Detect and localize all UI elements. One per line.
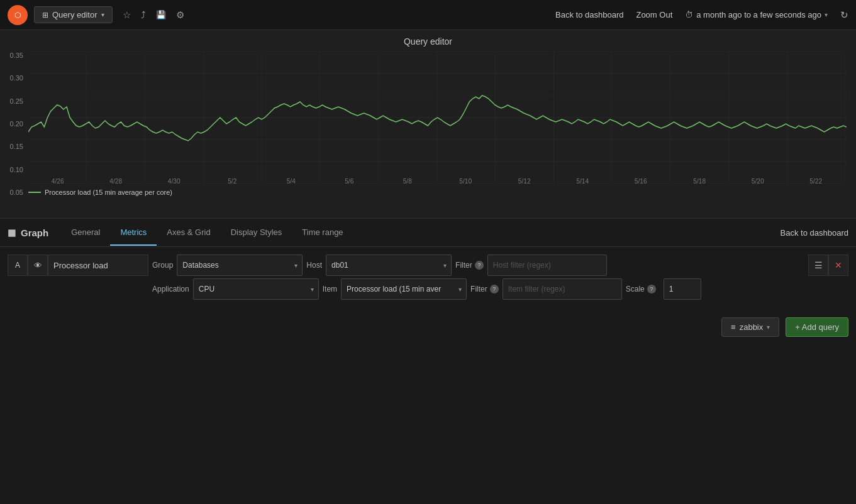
scale-field[interactable] (664, 278, 701, 300)
group-label: Group (148, 261, 177, 270)
svg-text:5/12: 5/12 (518, 178, 531, 184)
item-dropdown[interactable]: Processor load (15 min aver (341, 278, 467, 300)
metrics-section: A 👁 Processor load Group Databases ▾ Hos… (0, 247, 856, 310)
chart-title: Query editor (0, 36, 856, 47)
item-filter-field[interactable] (503, 278, 622, 300)
chart-wrapper: 0.35 0.30 0.25 0.20 0.15 0.10 0.05 (0, 52, 856, 215)
chart-legend: Processor load (15 min average per core) (28, 189, 847, 196)
zabbix-label: zabbix (740, 322, 764, 332)
clock-icon: ⏱ (685, 10, 693, 19)
tab-axes-grid[interactable]: Axes & Grid (157, 220, 220, 246)
chart-container: Query editor 0.35 0.30 0.25 0.20 0.15 0.… (0, 30, 856, 219)
row-options-button[interactable]: ☰ (808, 255, 828, 276)
eye-cell[interactable]: 👁 (28, 255, 48, 276)
panel-tabs: ▦ Graph General Metrics Axes & Grid Disp… (0, 219, 856, 247)
grafana-logo[interactable]: ⬡ (8, 5, 28, 25)
svg-text:5/4: 5/4 (287, 178, 296, 184)
add-query-button[interactable]: + Add query (786, 317, 848, 337)
svg-text:5/14: 5/14 (576, 178, 589, 184)
filter-label-row1: Filter ? (452, 261, 487, 270)
add-query-label: + Add query (795, 322, 839, 332)
row-remove-button[interactable]: ✕ (828, 255, 848, 276)
svg-text:5/20: 5/20 (752, 178, 764, 184)
time-range-chevron-icon: ▾ (825, 11, 828, 18)
application-dropdown[interactable]: CPU (193, 278, 319, 300)
time-range-selector[interactable]: ⏱ a month ago to a few seconds ago ▾ (685, 10, 828, 19)
svg-text:5/22: 5/22 (809, 178, 822, 184)
tab-display-styles[interactable]: Display Styles (221, 220, 292, 246)
item-label: Item (319, 285, 341, 293)
chevron-down-icon: ▾ (101, 11, 104, 18)
metrics-footer: ≡ zabbix ▾ + Add query (0, 310, 856, 342)
svg-text:4/26: 4/26 (52, 178, 64, 184)
topbar-icons: ☆ ⤴ 💾 ⚙ (123, 9, 184, 21)
tab-general[interactable]: General (61, 220, 110, 246)
metrics-row-2: A 👁 Application CPU ▾ Item Processor loa… (8, 278, 848, 300)
alias-label: A (15, 261, 20, 270)
svg-text:5/10: 5/10 (459, 178, 472, 184)
svg-text:5/2: 5/2 (228, 178, 237, 184)
star-icon[interactable]: ☆ (123, 9, 131, 21)
svg-text:⬡: ⬡ (14, 11, 21, 19)
back-to-dashboard-panel-button[interactable]: Back to dashboard (781, 228, 848, 238)
query-editor-label: Query editor (52, 10, 97, 19)
filter-label-row2: Filter ? (467, 285, 503, 293)
item-filter-input[interactable] (503, 278, 622, 300)
query-editor-button[interactable]: ⊞ Query editor ▾ (34, 6, 113, 23)
save-icon[interactable]: 💾 (156, 10, 166, 19)
metrics-row-1: A 👁 Processor load Group Databases ▾ Hos… (8, 255, 848, 276)
legend-line (28, 192, 41, 193)
panel-tabs-left: ▦ Graph General Metrics Axes & Grid Disp… (8, 220, 353, 245)
svg-text:5/8: 5/8 (403, 178, 413, 184)
item-select[interactable]: Processor load (15 min aver ▾ (341, 278, 467, 300)
refresh-icon[interactable]: ↻ (840, 9, 848, 21)
svg-text:4/30: 4/30 (168, 178, 181, 184)
eye-icon: 👁 (34, 261, 42, 270)
share-icon[interactable]: ⤴ (141, 9, 146, 20)
scale-input-wrapper[interactable] (664, 278, 701, 300)
time-range-label: a month ago to a few seconds ago (696, 10, 821, 19)
topbar-right: Back to dashboard Zoom Out ⏱ a month ago… (555, 9, 848, 21)
bar-chart-icon: ▦ (8, 227, 16, 238)
topbar: ⬡ ⊞ Query editor ▾ ☆ ⤴ 💾 ⚙ Back to dashb… (0, 0, 856, 30)
panel-type: ▦ Graph (8, 227, 48, 238)
scale-cell: Scale ? (622, 278, 701, 300)
host-filter-field[interactable] (487, 255, 607, 276)
group-select[interactable]: Databases ▾ (177, 255, 303, 276)
zoom-out-button[interactable]: Zoom Out (636, 10, 672, 19)
svg-text:5/16: 5/16 (635, 178, 647, 184)
zabbix-chevron-icon: ▾ (767, 324, 770, 331)
row1-actions: ☰ ✕ (808, 255, 848, 276)
item-filter-help-icon[interactable]: ? (490, 285, 499, 293)
svg-text:5/6: 5/6 (345, 178, 354, 184)
chart-svg: 4/26 4/28 4/30 5/2 5/4 5/6 5/8 5/10 5/12… (28, 52, 847, 184)
panel-type-label: Graph (21, 227, 48, 238)
host-filter-input[interactable] (487, 255, 607, 276)
scale-label: Scale ? (622, 285, 660, 293)
gear-icon[interactable]: ⚙ (176, 9, 184, 21)
y-axis-labels: 0.35 0.30 0.25 0.20 0.15 0.10 0.05 (0, 52, 26, 196)
application-select[interactable]: CPU ▾ (193, 278, 319, 300)
svg-text:4/28: 4/28 (109, 178, 122, 184)
application-label: Application (148, 285, 193, 293)
metric-name-label: Processor load (53, 261, 108, 270)
host-dropdown[interactable]: db01 (326, 255, 452, 276)
zabbix-button[interactable]: ≡ zabbix ▾ (721, 317, 779, 337)
host-label: Host (303, 261, 326, 270)
zabbix-icon: ≡ (731, 322, 736, 332)
host-select[interactable]: db01 ▾ (326, 255, 452, 276)
svg-text:5/18: 5/18 (693, 178, 706, 184)
filter-help-icon[interactable]: ? (475, 261, 484, 270)
tab-time-range[interactable]: Time range (292, 220, 353, 246)
group-dropdown[interactable]: Databases (177, 255, 303, 276)
scale-help-icon[interactable]: ? (647, 285, 656, 293)
legend-text: Processor load (15 min average per core) (45, 189, 172, 196)
tab-metrics[interactable]: Metrics (110, 220, 157, 246)
grid-icon: ⊞ (42, 11, 48, 19)
back-to-dashboard-top-button[interactable]: Back to dashboard (555, 10, 623, 19)
alias-cell: A (8, 255, 28, 276)
metric-name-cell: Processor load (48, 255, 148, 276)
